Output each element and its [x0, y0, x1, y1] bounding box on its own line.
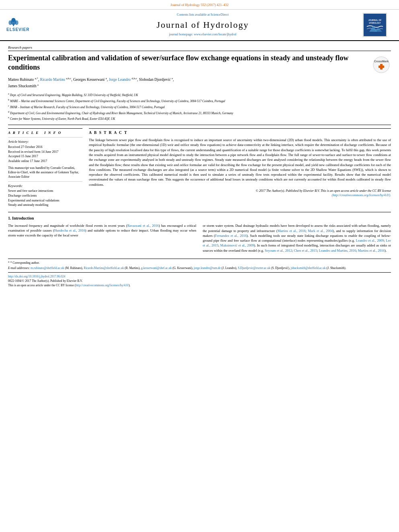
- page: Journal of Hydrology 552 (2017) 421–432 …: [0, 0, 399, 532]
- footnote-emails: E-mail addresses: m.rubinato@sheffield.a…: [8, 266, 391, 271]
- affiliation-a: a Dept. of Civil and Structural Engineer…: [8, 92, 391, 97]
- author-martins[interactable]: Ricardo Martins: [40, 78, 65, 82]
- author-rubinato: Matteo Rubinato a,*: [8, 78, 38, 82]
- author-djordjevic: Slobodan Djordjević: [139, 78, 171, 82]
- crossmark-icon: CrossMark: [372, 56, 390, 74]
- homepage-url[interactable]: www.elsevier.com/locate/jhydrol: [194, 33, 237, 36]
- affiliation-e: e Centre for Water Systems, University o…: [8, 115, 391, 121]
- crossmark-badge[interactable]: CrossMark: [372, 55, 391, 74]
- ref-martins-2016b[interactable]: Martins et al., 2016: [358, 249, 385, 253]
- svg-point-2: [8, 20, 12, 25]
- journal-title: Journal of Hydrology: [47, 19, 359, 31]
- top-bar: Journal of Hydrology 552 (2017) 421–432: [0, 0, 399, 10]
- footnote-area: * * Corresponding author. E-mail address…: [8, 259, 391, 270]
- intro-text-right: or storm water system. Dual drainage hyd…: [203, 223, 391, 253]
- doi-line: http://dx.doi.org/10.1016/j.jhydrol.2017…: [8, 275, 391, 279]
- doi-area: http://dx.doi.org/10.1016/j.jhydrol.2017…: [8, 272, 391, 288]
- introduction-section: 1. Introduction The increased frequency …: [8, 216, 391, 255]
- ref-martins-2016[interactable]: Martins et al., 2016: [278, 229, 306, 233]
- article-abstract-cols: A R T I C L E I N F O Article history: R…: [8, 128, 391, 208]
- ref-leandro-martins[interactable]: Leandro and Martins, 2016: [319, 249, 356, 253]
- svg-text:JOURNAL OF: JOURNAL OF: [368, 19, 381, 21]
- journal-header: ELSEVIER Contents lists available at Sci…: [0, 10, 399, 41]
- hydrology-logo-area: JOURNAL OF HYDROLOGY: [363, 13, 391, 37]
- article-history-title: Article history:: [8, 140, 82, 144]
- journal-ref: Journal of Hydrology 552 (2017) 421–432: [171, 3, 229, 7]
- doi-link[interactable]: http://dx.doi.org/10.1016/j.jhydrol.2017…: [8, 275, 65, 278]
- hydrology-icon-inner: JOURNAL OF HYDROLOGY: [364, 14, 386, 36]
- article-info-title: A R T I C L E I N F O: [8, 130, 82, 135]
- email-rubinato[interactable]: m.rubinato@sheffield.ac.uk: [31, 266, 64, 270]
- ref-fernandez[interactable]: Fernandez et al., 2016: [215, 234, 247, 238]
- keyword-3: Experimental and numerical validations: [8, 199, 82, 203]
- available-date: Available online 17 June 2017: [8, 159, 82, 164]
- affiliation-c: c IMAR – Institute of Marine Research, F…: [8, 104, 391, 109]
- hydrology-icon: JOURNAL OF HYDROLOGY: [363, 13, 387, 37]
- footnote-corresponding: * * Corresponding author.: [8, 261, 391, 265]
- handled-note: This manuscript was handled by Corrado C…: [8, 166, 82, 179]
- elsevier-text: ELSEVIER: [6, 27, 29, 33]
- email-leandro[interactable]: jorge.leandro@tum.de: [194, 266, 221, 270]
- journal-center-info: Contents lists available at ScienceDirec…: [47, 13, 359, 37]
- intro-text-left: The increased frequency and magnitude of…: [8, 223, 196, 238]
- ref-ravazzani[interactable]: Ravazzani et al., 2016: [127, 224, 158, 228]
- contents-available-line: Contents lists available at ScienceDirec…: [47, 13, 359, 17]
- sciencedirect-link[interactable]: ScienceDirect: [211, 13, 229, 16]
- email-djordjevic[interactable]: S.Djurdjevic@exeter.ac.uk: [238, 266, 270, 270]
- issn-line: 0022-1694/© 2017 The Author(s). Publishe…: [8, 279, 391, 283]
- elsevier-tree-icon: [6, 17, 21, 27]
- abstract-col: A B S T R A C T The linkage between sewe…: [89, 128, 391, 208]
- email-shucksmith[interactable]: jshucksmith@sheffield.ac.uk: [291, 266, 326, 270]
- author-leandro[interactable]: Jorge Leandro: [109, 78, 130, 82]
- svg-point-3: [15, 20, 18, 25]
- svg-point-4: [11, 18, 15, 22]
- abstract-footer: © 2017 The Author(s). Published by Elsev…: [89, 189, 391, 198]
- affiliation-b: b MARE – Marine and Environmental Scienc…: [8, 98, 391, 103]
- keywords-title: Keywords:: [8, 184, 82, 188]
- intro-para-1: The increased frequency and magnitude of…: [8, 223, 196, 238]
- keywords-list: Sewer and free surface interactions Disc…: [8, 189, 82, 207]
- revised-date: Received in revised form 14 June 2017: [8, 150, 82, 154]
- ref-mark-2004[interactable]: Mark et al., 2004: [308, 229, 333, 233]
- email-martins[interactable]: Ricardo.Martins@sheffield.ac.uk: [84, 266, 124, 270]
- ref-leandro-2009[interactable]: Leandro et al., 2009: [356, 238, 384, 242]
- license-link[interactable]: http://creativecommons.org/licenses/by/4…: [76, 283, 129, 287]
- intro-para-right-1: or storm water system. Dual drainage hyd…: [203, 223, 391, 253]
- paper-title: Experimental calibration and validation …: [8, 53, 391, 72]
- intro-divider: [8, 212, 391, 212]
- affiliation-d: d Department of Civil, Geo and Environme…: [8, 110, 391, 115]
- svg-text:CrossMark: CrossMark: [374, 60, 389, 63]
- email-kesserwani[interactable]: g.kesserwani@shef.ac.uk: [141, 266, 172, 270]
- intro-col-left: 1. Introduction The increased frequency …: [8, 216, 196, 255]
- cc-license-link[interactable]: (http://creativecommons.org/licenses/by/…: [332, 193, 391, 197]
- ref-maksimovic-2009[interactable]: Maksimović et al., 2009: [220, 243, 254, 247]
- ref-seyoum[interactable]: Seyoum et al., 2012: [265, 249, 292, 253]
- affiliations: a Dept. of Civil and Structural Engineer…: [8, 92, 391, 125]
- keyword-1: Sewer and free surface interactions: [8, 189, 82, 193]
- svg-rect-13: [378, 66, 384, 68]
- homepage-line: journal homepage: www.elsevier.com/locat…: [47, 33, 359, 37]
- hydrology-logo-svg: JOURNAL OF HYDROLOGY: [365, 17, 385, 33]
- ref-chen-2015[interactable]: Chen et al., 2015: [294, 249, 317, 253]
- accepted-date: Accepted 15 June 2017: [8, 154, 82, 159]
- author-kesserwani: Georges Kesserwani: [73, 78, 105, 82]
- abstract-text: The linkage between sewer pipe flow and …: [89, 138, 391, 187]
- section-label: Research papers: [8, 45, 391, 51]
- license-line: This is an open access article under the…: [8, 283, 391, 288]
- keyword-2: Discharge coefficients: [8, 194, 82, 198]
- main-content: Research papers Experimental calibration…: [0, 41, 399, 292]
- authors-line: Matteo Rubinato a,*, Ricardo Martins a,b…: [8, 76, 391, 90]
- intro-heading: 1. Introduction: [8, 216, 196, 221]
- svg-text:HYDROLOGY: HYDROLOGY: [369, 22, 380, 24]
- elsevier-logo-area: ELSEVIER: [6, 17, 43, 33]
- intro-col-right: or storm water system. Dual drainage hyd…: [203, 216, 391, 255]
- author-shucksmith: James Shucksmith: [8, 84, 36, 88]
- keyword-4: Steady and unsteady modelling: [8, 203, 82, 207]
- received-date: Received 27 October 2016: [8, 145, 82, 150]
- article-info-col: A R T I C L E I N F O Article history: R…: [8, 128, 82, 208]
- article-info-box: A R T I C L E I N F O Article history: R…: [8, 128, 82, 207]
- abstract-title: A B S T R A C T: [89, 130, 391, 136]
- abstract-box: A B S T R A C T The linkage between sewe…: [89, 128, 391, 198]
- elsevier-logo: ELSEVIER: [6, 17, 43, 33]
- ref-hundecha[interactable]: Hundecha et al., 2016: [54, 228, 85, 232]
